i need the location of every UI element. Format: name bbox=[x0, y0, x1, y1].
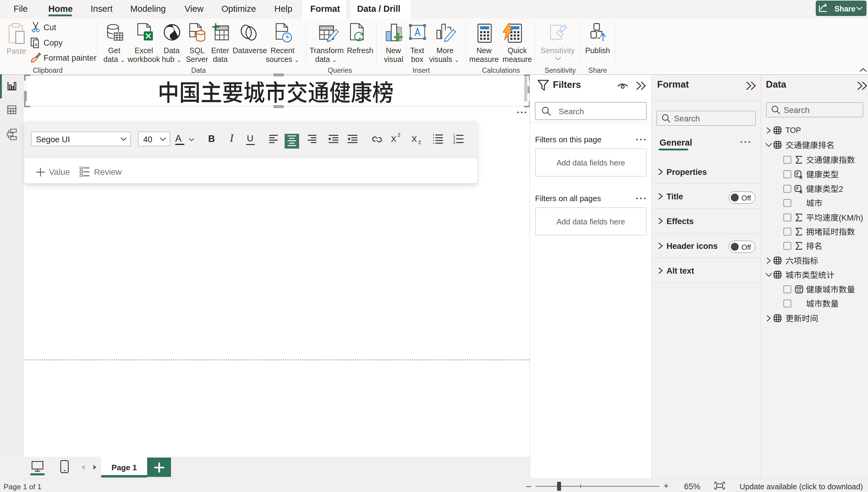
svg-text:3: 3 bbox=[453, 141, 455, 144]
